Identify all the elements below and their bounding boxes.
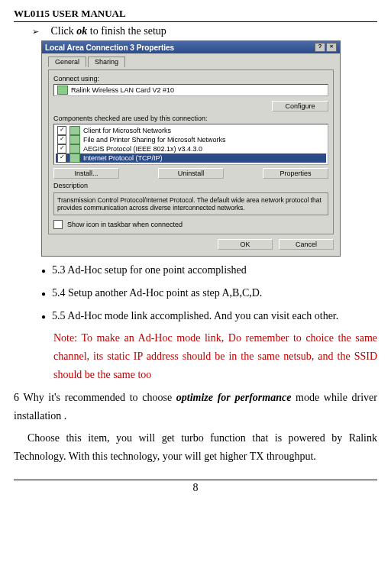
help-icon[interactable]: ? [315,43,325,52]
ok-button[interactable]: OK [218,239,273,250]
para-6: 6 Why it's recommended to choose optimiz… [14,389,377,425]
item-5-3: 5.3 Ad-Hoc setup for one point accomplis… [14,261,377,279]
embedded-dialog: Local Area Connection 3 Properties ? × G… [41,40,341,257]
components-list: ✓ Client for Microsoft Networks ✓ File a… [53,124,328,165]
dialog-body: General Sharing Connect using: Ralink Wi… [42,53,340,256]
component-label: Internet Protocol (TCP/IP) [83,154,163,162]
configure-button[interactable]: Configure [272,101,328,111]
component-icon [69,153,80,163]
list-item[interactable]: ✓ Client for Microsoft Networks [56,126,326,135]
description-box: Transmission Control Protocol/Internet P… [53,192,328,215]
component-label: File and Printer Sharing for Microsoft N… [83,136,226,144]
checkbox-icon[interactable]: ✓ [57,144,66,153]
list-item[interactable]: ✓ AEGIS Protocol (IEEE 802.1x) v3.4.3.0 [56,144,326,153]
emphasis-ok: ok [76,25,87,37]
cancel-button[interactable]: Cancel [279,239,334,250]
component-icon [69,126,80,135]
tab-sharing[interactable]: Sharing [88,57,125,67]
component-icon [69,144,80,153]
checkbox-icon[interactable]: ✓ [57,135,66,144]
show-icon-row: Show icon in taskbar when connected [53,220,328,229]
close-icon[interactable]: × [326,43,337,52]
nic-icon [57,86,68,95]
step-click-ok: Click ok to finish the setup [14,25,377,37]
checkbox-icon[interactable]: ✓ [57,153,66,163]
adapter-name: Ralink Wireless LAN Card V2 #10 [71,86,174,94]
emphasis-optimize: optimize for performance [176,392,292,403]
checkbox-icon[interactable]: ✓ [57,126,66,135]
para-7: Choose this item, you will get turbo fun… [14,429,377,466]
page-number: 8 [14,480,377,494]
text: Click [51,25,77,37]
item-5-4: 5.4 Setup another Ad-Hoc point as step A… [14,284,377,302]
show-icon-label: Show icon in taskbar when connected [67,221,183,228]
components-label: Components checked are used by this conn… [53,115,328,122]
component-label: Client for Microsoft Networks [83,127,171,134]
list-item[interactable]: ✓ File and Printer Sharing for Microsoft… [56,135,326,144]
tab-general[interactable]: General [48,57,86,67]
text: 6 Why it's recommended to choose [14,392,176,403]
component-label: AEGIS Protocol (IEEE 802.1x) v3.4.3.0 [83,145,202,153]
properties-button[interactable]: Properties [263,168,328,179]
install-button[interactable]: Install... [53,168,119,179]
dialog-title: Local Area Connection 3 Properties [45,44,174,52]
checkbox-icon[interactable] [53,220,63,229]
dialog-titlebar: Local Area Connection 3 Properties ? × [42,41,340,53]
text: to finish the setup [87,25,166,37]
component-icon [69,135,80,144]
note-text: Note: To make an Ad-Hoc mode link, Do re… [14,329,377,383]
description-label: Description [53,182,328,189]
window-controls: ? × [315,43,337,52]
dialog-footer: OK Cancel [48,239,334,250]
list-item-selected[interactable]: ✓ Internet Protocol (TCP/IP) [56,153,326,163]
component-buttons: Install... Uninstall Properties [53,168,328,179]
connect-using-label: Connect using: [53,75,328,82]
uninstall-button[interactable]: Uninstall [158,168,224,179]
adapter-field: Ralink Wireless LAN Card V2 #10 [53,84,328,96]
general-panel: Connect using: Ralink Wireless LAN Card … [48,69,334,234]
doc-header: WL0115 USER MANUAL [14,8,377,22]
tab-strip: General Sharing [48,57,334,67]
item-5-5: 5.5 Ad-Hoc mode link accomplished. And y… [14,307,377,325]
